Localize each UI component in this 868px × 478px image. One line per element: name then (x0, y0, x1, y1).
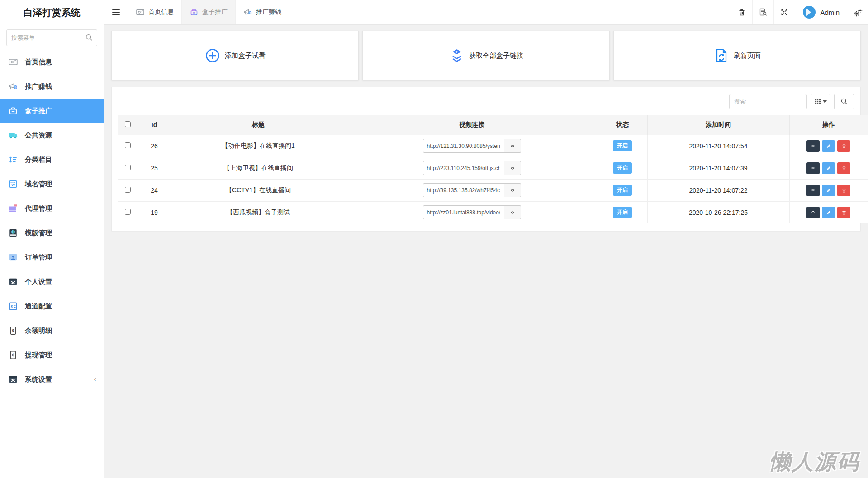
row-edit-button[interactable] (822, 162, 835, 174)
sidebar-item-promo-earn[interactable]: $ 推广赚钱 (0, 74, 104, 99)
trash-icon (841, 166, 847, 171)
add-box-trial-button[interactable]: 添加盒子试看 (111, 31, 359, 80)
tab-box-promo[interactable]: 盒子推广 (181, 0, 235, 24)
sidebar-item-personal[interactable]: 个人设置 (0, 270, 104, 294)
svg-text:$: $ (11, 304, 13, 309)
clear-cache-button[interactable] (752, 0, 773, 24)
hamburger-menu-button[interactable] (104, 0, 128, 24)
copy-link-button[interactable] (504, 161, 521, 175)
row-edit-button[interactable] (822, 207, 835, 218)
sidebar-item-withdraw[interactable]: $ 提现管理 (0, 343, 104, 367)
cell-id: 19 (138, 201, 171, 223)
tv-icon (8, 57, 18, 67)
tv-icon (136, 8, 145, 17)
sidebar-item-label: 分类栏目 (25, 156, 52, 164)
tab-home-info[interactable]: 首页信息 (128, 0, 181, 24)
sidebar-item-label: 余额明细 (25, 327, 52, 335)
order-icon (8, 252, 18, 262)
row-delete-button[interactable] (837, 162, 850, 174)
row-edit-button[interactable] (822, 185, 835, 196)
tab-label: 盒子推广 (202, 8, 228, 16)
sidebar-item-label: 盒子推广 (25, 107, 52, 115)
link-icon (509, 187, 516, 194)
copy-link-button[interactable] (504, 183, 521, 197)
row-link-button[interactable] (806, 162, 820, 174)
row-link-button[interactable] (806, 185, 820, 196)
chevron-left-icon[interactable]: ‹ (94, 375, 96, 383)
row-link-button[interactable] (806, 140, 820, 152)
clear-recycle-button[interactable] (731, 0, 752, 24)
sidebar-item-order[interactable]: 订单管理 (0, 245, 104, 270)
cell-title: 【西瓜视频】盒子测试 (171, 201, 346, 223)
row-checkbox[interactable] (125, 187, 131, 193)
columns-dropdown-button[interactable] (811, 94, 830, 109)
sidebar-item-system[interactable]: 系统设置 ‹ (0, 367, 104, 392)
video-url-input[interactable] (423, 183, 504, 197)
megaphone-coin-icon: $ (8, 81, 18, 91)
table-search-button[interactable] (834, 94, 854, 109)
box-icon (8, 106, 18, 116)
sidebar-item-balance[interactable]: $ 余额明细 (0, 318, 104, 343)
sidebar-item-public-res[interactable]: 公共资源 (0, 123, 104, 147)
link-icon (810, 165, 816, 171)
search-icon (85, 33, 93, 42)
column-header-title[interactable]: 标题 (171, 115, 346, 135)
trash-icon (737, 8, 746, 17)
row-edit-button[interactable] (822, 140, 835, 152)
plus-circle-icon (204, 47, 221, 64)
select-all-checkbox[interactable] (125, 121, 131, 127)
cell-time: 2020-11-20 14:07:39 (647, 157, 789, 179)
refresh-page-button[interactable]: 刷新页面 (613, 31, 861, 80)
row-delete-button[interactable] (837, 185, 850, 196)
html-doc-icon (8, 228, 18, 238)
admin-user-menu[interactable]: Admin (795, 0, 847, 24)
sidebar-item-agent[interactable]: 代理管理 (0, 196, 104, 221)
window-tools-icon (8, 374, 18, 384)
column-header-op[interactable]: 操作 (789, 115, 868, 135)
sidebar-item-template[interactable]: 模版管理 (0, 221, 104, 245)
sidebar-item-label: 系统设置 (25, 375, 52, 384)
column-header-time[interactable]: 添加时间 (647, 115, 789, 135)
get-all-box-links-button[interactable]: 获取全部盒子链接 (362, 31, 610, 80)
cell-id: 26 (138, 135, 171, 157)
link-icon (509, 209, 516, 216)
gears-icon (853, 8, 863, 17)
video-url-input[interactable] (423, 139, 504, 153)
row-checkbox[interactable] (125, 142, 131, 148)
row-delete-button[interactable] (837, 207, 850, 218)
grid-icon (814, 98, 821, 105)
row-checkbox[interactable] (125, 209, 131, 215)
row-link-button[interactable] (806, 207, 820, 218)
copy-link-button[interactable] (504, 139, 521, 153)
row-checkbox[interactable] (125, 165, 131, 170)
sidebar-item-category[interactable]: 分类栏目 (0, 147, 104, 172)
url-input-group (423, 183, 521, 197)
column-header-id[interactable]: Id (138, 115, 171, 135)
table-panel: Id 标题 视频连接 状态 添加时间 操作 26 【动作电影】在线直播间1 (111, 87, 861, 231)
link-icon (810, 209, 816, 215)
sidebar-item-label: 代理管理 (25, 204, 52, 213)
svg-text:$: $ (12, 353, 14, 357)
sidebar-item-channel[interactable]: $ 通道配置 (0, 294, 104, 318)
main-content: 添加盒子试看 获取全部盒子链接 刷新页面 (104, 0, 868, 231)
column-header-url[interactable]: 视频连接 (346, 115, 598, 135)
copy-link-button[interactable] (504, 205, 521, 219)
menu-search-input[interactable] (6, 29, 97, 46)
url-input-group (423, 139, 521, 153)
sidebar-item-label: 个人设置 (25, 278, 52, 286)
sidebar-item-domain[interactable]: w 域名管理 (0, 172, 104, 196)
sidebar-item-home-info[interactable]: 首页信息 (0, 50, 104, 74)
tab-promo-earn[interactable]: $ 推广赚钱 (235, 0, 289, 24)
sidebar-item-box-promo[interactable]: 盒子推广 (0, 99, 104, 123)
fullscreen-button[interactable] (773, 0, 795, 24)
video-url-input[interactable] (423, 161, 504, 175)
sidebar-item-label: 订单管理 (25, 253, 52, 262)
table-search-input[interactable] (729, 94, 807, 109)
settings-button[interactable] (847, 0, 868, 24)
hamburger-icon (112, 8, 120, 16)
truck-icon (8, 130, 18, 140)
column-header-status[interactable]: 状态 (598, 115, 647, 135)
cell-id: 25 (138, 157, 171, 179)
video-url-input[interactable] (423, 205, 504, 219)
row-delete-button[interactable] (837, 140, 850, 152)
